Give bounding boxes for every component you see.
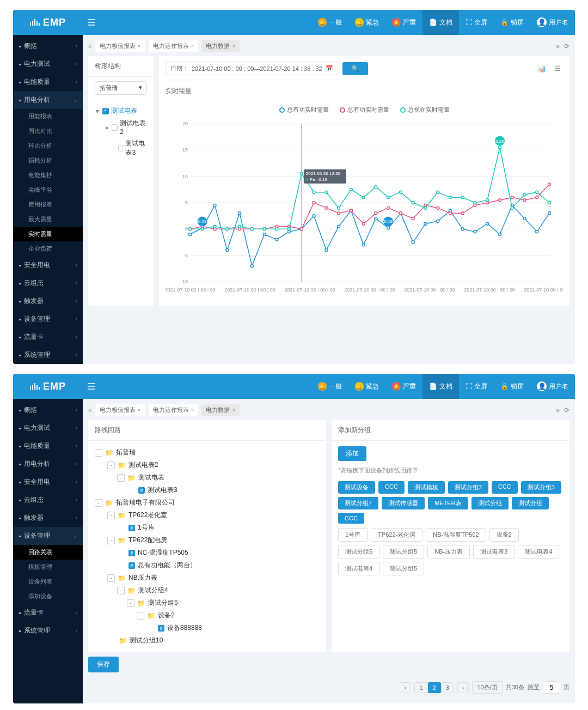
expand-icon[interactable]: - bbox=[127, 599, 134, 607]
sidebar-subitem[interactable]: 费用报表 bbox=[13, 197, 83, 212]
sidebar-item[interactable]: ▪用电分析‹ bbox=[13, 455, 83, 473]
device-tag[interactable]: 1号库 bbox=[338, 528, 367, 542]
tree-node[interactable]: 测试电表3 bbox=[95, 137, 147, 159]
sidebar-item[interactable]: ▪电力测试‹ bbox=[13, 55, 83, 73]
device-tag[interactable]: 测试分组3 bbox=[521, 481, 561, 494]
add-button[interactable]: 添加 bbox=[338, 446, 366, 461]
header-lock[interactable]: 🔒锁屏 bbox=[494, 374, 530, 399]
device-tag[interactable]: NB-压力表 bbox=[427, 545, 470, 559]
device-tag[interactable]: 测试分组 bbox=[512, 497, 549, 509]
menu-toggle[interactable] bbox=[83, 383, 100, 390]
sidebar-subitem[interactable]: 最大需量 bbox=[13, 212, 83, 227]
header-critical[interactable]: 🔔严重 bbox=[385, 10, 422, 35]
tree-row[interactable]: NC-温湿度TP505 bbox=[95, 547, 320, 559]
sidebar-item[interactable]: ▪触发器‹ bbox=[13, 292, 83, 310]
tree-row[interactable]: -📁NB压力表 bbox=[95, 572, 320, 584]
expand-icon[interactable]: - bbox=[137, 612, 144, 620]
device-tag[interactable]: 测试传感器 bbox=[382, 497, 425, 509]
header-urgent[interactable]: 🔔紧急 bbox=[348, 10, 385, 35]
expand-icon[interactable]: - bbox=[107, 574, 115, 582]
tabs-prev-icon[interactable]: « bbox=[88, 43, 92, 50]
expand-icon[interactable]: - bbox=[117, 587, 125, 594]
tree-node[interactable]: ▾测试电表 bbox=[95, 105, 147, 117]
tabs-next-icon[interactable]: » bbox=[556, 406, 560, 414]
checkbox[interactable] bbox=[102, 108, 109, 114]
date-range-input[interactable]: 日期：2021-07-10 00 : 00 : 00—2021-07-20 14… bbox=[166, 62, 338, 75]
checkbox[interactable] bbox=[112, 124, 118, 131]
device-tag[interactable]: TP622-老化房 bbox=[371, 528, 422, 542]
close-icon[interactable]: × bbox=[138, 43, 141, 49]
tree-row[interactable]: 📁测试分组10 bbox=[95, 634, 320, 647]
list-icon[interactable]: ☰ bbox=[553, 63, 563, 75]
expand-icon[interactable]: - bbox=[107, 462, 115, 469]
tree-row[interactable]: -📁测试电表2 bbox=[95, 459, 320, 471]
device-tag[interactable]: 测试电表4 bbox=[338, 562, 379, 575]
per-page-select[interactable]: 10条/页 bbox=[472, 681, 502, 694]
sidebar-item[interactable]: ▪流量卡‹ bbox=[13, 604, 83, 622]
sidebar-item[interactable]: ▪系统管理‹ bbox=[13, 622, 83, 640]
header-critical[interactable]: 🔔严重 bbox=[385, 374, 422, 399]
device-tag[interactable]: CCC bbox=[492, 481, 518, 494]
header-user[interactable]: 👤用户名 bbox=[530, 374, 575, 399]
refresh-icon[interactable]: ⟳ bbox=[564, 43, 569, 50]
sidebar-item[interactable]: ▪设备管理⌄ bbox=[13, 527, 83, 545]
expand-icon[interactable]: - bbox=[107, 537, 115, 544]
close-icon[interactable]: × bbox=[191, 43, 194, 49]
sidebar-item[interactable]: ▪概括‹ bbox=[13, 401, 83, 419]
tab-extremes[interactable]: 电力极值报表× bbox=[95, 404, 145, 416]
sidebar-item[interactable]: ▪电力测试‹ bbox=[13, 419, 83, 437]
sidebar-subitem[interactable]: 设备列表 bbox=[13, 574, 83, 589]
tree-row[interactable]: -📁测试分组4 bbox=[95, 584, 320, 597]
tab-operation[interactable]: 电力运作报表× bbox=[149, 404, 199, 416]
page-number[interactable]: 3 bbox=[441, 682, 454, 693]
device-tag[interactable]: 测试电表4 bbox=[518, 545, 559, 559]
sidebar-subitem[interactable]: 损耗分析 bbox=[13, 153, 83, 168]
device-tag[interactable]: 测试电表3 bbox=[473, 545, 514, 559]
device-tag[interactable]: NB-温湿度TP502 bbox=[426, 528, 486, 542]
device-tag[interactable]: 测试分组5 bbox=[383, 562, 424, 575]
device-tag[interactable]: 测试分组7 bbox=[338, 497, 378, 509]
save-button[interactable]: 保存 bbox=[88, 657, 119, 672]
device-tag[interactable]: CCC bbox=[378, 481, 405, 494]
sidebar-item[interactable]: ▪设备管理‹ bbox=[13, 310, 83, 328]
sidebar-item[interactable]: ▪触发器‹ bbox=[13, 509, 83, 527]
refresh-icon[interactable]: ⟳ bbox=[564, 406, 569, 414]
sidebar-subitem[interactable]: 实时需量 bbox=[13, 227, 83, 241]
sidebar-subitem[interactable]: 模板管理 bbox=[13, 560, 83, 574]
page-number[interactable]: 2 bbox=[428, 682, 441, 693]
header-fullscreen[interactable]: ⛶全屏 bbox=[459, 374, 494, 399]
menu-toggle[interactable] bbox=[83, 19, 100, 26]
device-tag[interactable]: 测试模板 bbox=[408, 481, 445, 494]
close-icon[interactable]: × bbox=[232, 43, 235, 49]
sidebar-item[interactable]: ▪电能质量‹ bbox=[13, 437, 83, 455]
sidebar-item[interactable]: ▪概括‹ bbox=[13, 37, 83, 55]
sidebar-subitem[interactable]: 添加设备 bbox=[13, 589, 83, 604]
tab-power-data[interactable]: 电力数据× bbox=[201, 40, 240, 52]
header-fullscreen[interactable]: ⛶全屏 bbox=[459, 10, 494, 35]
expand-icon[interactable]: - bbox=[95, 449, 102, 457]
device-tag[interactable]: CCC bbox=[338, 513, 364, 524]
tabs-next-icon[interactable]: » bbox=[556, 43, 560, 50]
tree-row[interactable]: -📁TP622老化室 bbox=[95, 509, 320, 521]
header-docs[interactable]: 📄文档 bbox=[422, 374, 459, 399]
sidebar-item[interactable]: ▪安全用电‹ bbox=[13, 256, 83, 274]
tree-row[interactable]: 设备888888 bbox=[95, 622, 320, 634]
search-button[interactable]: 🔍 bbox=[342, 62, 368, 75]
sidebar-subitem[interactable]: 回路关联 bbox=[13, 545, 83, 560]
sidebar-subitem[interactable]: 同比对比 bbox=[13, 124, 83, 138]
device-tag[interactable]: 设备2 bbox=[489, 528, 519, 542]
expand-icon[interactable]: - bbox=[117, 474, 125, 482]
org-select[interactable]: 拓普瑞▾ bbox=[95, 81, 147, 95]
header-lock[interactable]: 🔒锁屏 bbox=[494, 10, 530, 35]
device-tag[interactable]: 测试分组3 bbox=[448, 481, 488, 494]
tree-row[interactable]: 1号库 bbox=[95, 521, 320, 534]
sidebar-item[interactable]: ▪云组态‹ bbox=[13, 491, 83, 509]
tree-node[interactable]: ▸测试电表2 bbox=[95, 117, 147, 137]
page-next[interactable]: › bbox=[457, 682, 469, 693]
sidebar-subitem[interactable]: 用能报表 bbox=[13, 109, 83, 124]
header-docs[interactable]: 📄文档 bbox=[422, 10, 459, 35]
tab-extremes[interactable]: 电力极值报表× bbox=[95, 40, 145, 52]
header-general[interactable]: 🔔一般 bbox=[311, 374, 348, 399]
header-urgent[interactable]: 🔔紧急 bbox=[348, 374, 385, 399]
device-tag[interactable]: METER表 bbox=[428, 497, 468, 509]
